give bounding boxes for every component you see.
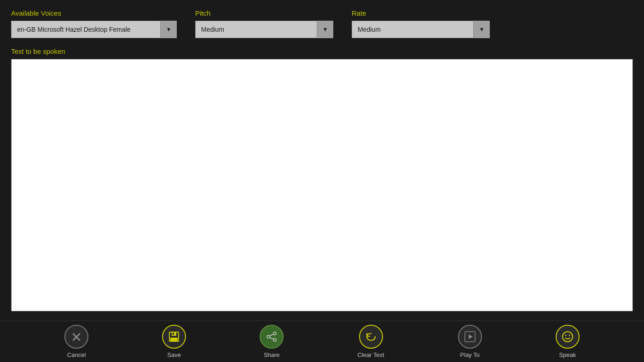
svg-rect-2 (170, 338, 178, 341)
pitch-select-wrapper: X-LowLowMediumHighX-High (195, 21, 333, 38)
svg-point-4 (273, 332, 276, 335)
clear-svg (364, 330, 378, 344)
share-svg (265, 330, 278, 343)
save-button[interactable]: Save (162, 325, 186, 358)
svg-marker-10 (469, 334, 473, 339)
play-to-button[interactable]: Play To (458, 325, 482, 358)
speak-svg (560, 329, 575, 344)
voices-control-group: Available Voices en-GB Microsoft Hazel D… (11, 9, 177, 38)
save-icon (162, 325, 186, 349)
svg-line-8 (270, 338, 273, 339)
text-section: Text to be spoken (11, 47, 633, 311)
svg-point-11 (563, 332, 573, 342)
save-label: Save (167, 351, 181, 358)
bottom-action-bar: Cancel Save Share (0, 321, 644, 362)
text-to-speak-input[interactable] (11, 59, 633, 311)
clear-text-icon (359, 325, 383, 349)
share-icon (260, 325, 284, 349)
text-to-speak-label: Text to be spoken (11, 47, 633, 55)
pitch-select[interactable]: X-LowLowMediumHighX-High (195, 21, 333, 38)
svg-rect-3 (173, 333, 174, 335)
voices-label: Available Voices (11, 9, 177, 17)
rate-label: Rate (352, 9, 490, 17)
clear-text-label: Clear Text (357, 351, 384, 358)
clear-text-button[interactable]: Clear Text (357, 325, 384, 358)
save-svg (168, 330, 180, 343)
play-to-icon (458, 325, 482, 349)
svg-point-13 (569, 335, 570, 336)
rate-select-wrapper: X-SlowSlowMediumFastX-Fast (352, 21, 490, 38)
play-to-label: Play To (460, 351, 480, 358)
playto-svg (464, 330, 476, 343)
pitch-control-group: Pitch X-LowLowMediumHighX-High (195, 9, 333, 38)
rate-select[interactable]: X-SlowSlowMediumFastX-Fast (352, 21, 490, 38)
share-button[interactable]: Share (260, 325, 284, 358)
cancel-label: Cancel (67, 351, 86, 358)
svg-point-6 (273, 339, 276, 341)
svg-line-7 (270, 334, 273, 336)
pitch-label: Pitch (195, 9, 333, 17)
speak-label: Speak (559, 351, 576, 358)
speak-icon (556, 325, 580, 349)
voices-select[interactable]: en-GB Microsoft Hazel Desktop Femaleen-U… (11, 21, 177, 38)
svg-point-5 (267, 335, 270, 338)
share-label: Share (264, 351, 280, 358)
svg-point-12 (565, 335, 566, 336)
speak-button[interactable]: Speak (556, 325, 580, 358)
rate-control-group: Rate X-SlowSlowMediumFastX-Fast (352, 9, 490, 38)
cancel-button[interactable]: Cancel (64, 325, 88, 358)
voices-select-wrapper: en-GB Microsoft Hazel Desktop Femaleen-U… (11, 21, 177, 38)
cancel-icon (64, 325, 88, 349)
